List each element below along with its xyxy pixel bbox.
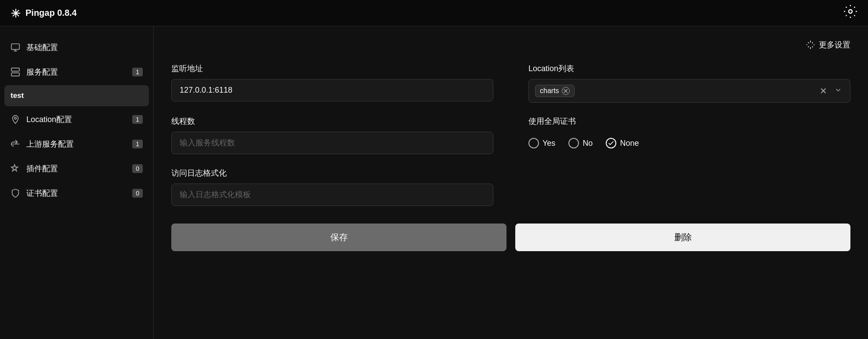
location-config-badge: 1 — [132, 115, 143, 124]
sidebar-item-upstream-config[interactable]: 上游服务配置 1 — [0, 132, 153, 156]
cert-radio-yes-circle — [528, 138, 539, 148]
cert-option-none-label: None — [620, 139, 639, 148]
cert-option-no-label: No — [582, 139, 593, 148]
svg-line-18 — [812, 47, 813, 47]
upstream-config-label: 上游服务配置 — [26, 139, 74, 149]
svg-rect-8 — [11, 68, 19, 71]
listen-address-group: 监听地址 — [171, 63, 493, 103]
location-config-label: Location配置 — [26, 114, 72, 125]
charts-tag-label: charts — [540, 87, 559, 95]
form-grid: 监听地址 Location列表 charts ✕ ✕ — [171, 63, 850, 206]
cert-option-none[interactable]: None — [606, 138, 639, 148]
cert-option-yes[interactable]: Yes — [528, 138, 555, 148]
access-log-group: 访问日志格式化 — [171, 168, 493, 206]
cert-config-badge: 0 — [132, 189, 143, 198]
sidebar-item-plugin-config[interactable]: 插件配置 0 — [0, 156, 153, 181]
svg-point-4 — [849, 10, 852, 13]
location-list-group: Location列表 charts ✕ ✕ — [528, 63, 850, 103]
tag-dropdown-button[interactable] — [832, 84, 844, 98]
save-button[interactable]: 保存 — [171, 224, 506, 251]
basic-config-label: 基础配置 — [26, 42, 58, 53]
upstream-config-icon — [11, 139, 20, 149]
tag-clear-button[interactable]: ✕ — [818, 84, 829, 98]
svg-line-20 — [812, 43, 813, 43]
upstream-config-badge: 1 — [132, 140, 143, 148]
main-layout: 基础配置 服务配置 1 test — [0, 26, 868, 339]
location-tag-input[interactable]: charts ✕ ✕ — [528, 79, 850, 103]
cert-radio-group: Yes No None — [528, 132, 850, 155]
cert-config-icon — [11, 188, 20, 198]
use-global-cert-label: 使用全局证书 — [528, 116, 850, 126]
charts-tag: charts ✕ — [535, 85, 575, 97]
content-area: 更多设置 监听地址 Location列表 charts ✕ ✕ — [154, 26, 868, 339]
sidebar-item-server-config[interactable]: 服务配置 1 — [0, 60, 153, 84]
content-header: 更多设置 — [171, 40, 850, 50]
sidebar-item-location-config[interactable]: Location配置 1 — [0, 107, 153, 132]
access-log-label: 访问日志格式化 — [171, 168, 493, 178]
cert-config-label: 证书配置 — [26, 188, 58, 198]
thread-count-input[interactable] — [171, 132, 493, 154]
svg-rect-9 — [11, 73, 19, 76]
use-global-cert-group: 使用全局证书 Yes No — [528, 116, 850, 155]
plugin-config-label: 插件配置 — [26, 163, 58, 174]
location-list-label: Location列表 — [528, 63, 850, 74]
server-config-icon — [11, 67, 20, 77]
thread-count-label: 线程数 — [171, 116, 493, 126]
thread-count-group: 线程数 — [171, 116, 493, 155]
settings-icon[interactable] — [843, 4, 857, 22]
header: Pingap 0.8.4 — [0, 0, 868, 26]
sidebar-item-test[interactable]: test — [4, 85, 149, 106]
more-settings-label: 更多设置 — [819, 40, 850, 50]
sidebar: 基础配置 服务配置 1 test — [0, 26, 154, 339]
form-actions: 保存 删除 — [171, 224, 850, 251]
plugin-config-icon — [11, 164, 20, 173]
header-left: Pingap 0.8.4 — [11, 8, 77, 18]
cert-option-yes-label: Yes — [542, 139, 555, 148]
cert-option-no[interactable]: No — [568, 138, 593, 148]
cert-radio-none-checkmark — [606, 138, 616, 148]
svg-line-17 — [808, 43, 809, 43]
svg-point-12 — [14, 117, 17, 119]
server-config-label: 服务配置 — [26, 67, 58, 77]
location-config-icon — [11, 115, 20, 124]
listen-address-label: 监听地址 — [171, 63, 493, 74]
listen-address-input[interactable] — [171, 79, 493, 101]
sidebar-item-basic-config[interactable]: 基础配置 — [0, 35, 153, 60]
access-log-input[interactable] — [171, 184, 493, 206]
svg-line-19 — [808, 47, 809, 47]
server-config-badge: 1 — [132, 68, 143, 76]
test-label: test — [11, 91, 24, 100]
charts-tag-remove[interactable]: ✕ — [562, 87, 570, 95]
app-title: Pingap 0.8.4 — [25, 8, 77, 18]
sidebar-item-cert-config[interactable]: 证书配置 0 — [0, 181, 153, 206]
more-settings-button[interactable]: 更多设置 — [806, 40, 850, 50]
cert-radio-no-circle — [568, 138, 579, 148]
logo-icon — [11, 8, 21, 18]
basic-config-icon — [11, 43, 20, 52]
plugin-config-badge: 0 — [132, 164, 143, 173]
svg-rect-5 — [11, 44, 19, 50]
delete-button[interactable]: 删除 — [515, 224, 850, 251]
more-settings-icon — [806, 40, 815, 50]
